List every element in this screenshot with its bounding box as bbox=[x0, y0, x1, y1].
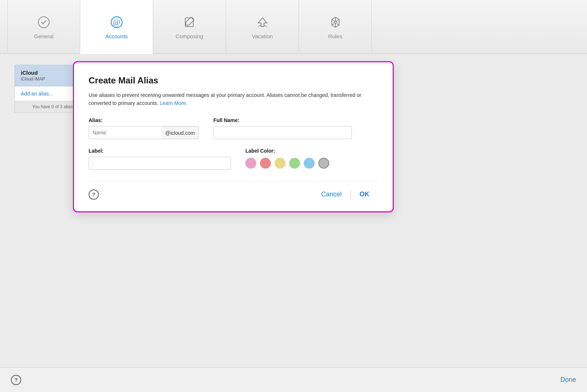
color-green[interactable] bbox=[289, 158, 300, 169]
fullname-input[interactable] bbox=[213, 126, 352, 139]
tab-general-label: General bbox=[34, 33, 53, 39]
svg-point-0 bbox=[38, 17, 49, 28]
bottom-bar: ? Done bbox=[0, 367, 587, 392]
svg-line-5 bbox=[258, 25, 261, 27]
svg-line-6 bbox=[264, 25, 267, 27]
color-row bbox=[245, 157, 378, 170]
tab-vacation[interactable]: Vacation bbox=[226, 0, 299, 54]
alias-domain: @icloud.com bbox=[162, 126, 199, 139]
tab-composing-label: Composing bbox=[176, 33, 203, 39]
alias-label: Alias: bbox=[89, 117, 199, 123]
accounts-icon: @ bbox=[109, 14, 125, 30]
vacation-icon bbox=[254, 14, 271, 30]
tab-rules-label: Rules bbox=[328, 33, 342, 39]
bottom-help-button[interactable]: ? bbox=[11, 375, 21, 385]
general-icon bbox=[36, 14, 52, 30]
footer-buttons: Cancel OK bbox=[312, 188, 378, 201]
ok-button[interactable]: OK bbox=[351, 188, 378, 201]
color-blue[interactable] bbox=[304, 158, 315, 169]
dialog-title: Create Mail Alias bbox=[89, 75, 378, 86]
form-row-1: Alias: @icloud.com Full Name: bbox=[89, 117, 378, 139]
dialog-footer: ? Cancel OK bbox=[89, 181, 378, 201]
dialog-description: Use aliases to prevent receiving unwante… bbox=[89, 91, 378, 107]
tab-vacation-label: Vacation bbox=[252, 33, 273, 39]
label-label: Label: bbox=[89, 148, 231, 154]
rules-icon bbox=[327, 14, 343, 30]
color-pink[interactable] bbox=[245, 158, 256, 169]
label-input[interactable] bbox=[89, 157, 231, 170]
main-content: iCloud iCloud IMAP Add an alias... You h… bbox=[0, 54, 587, 367]
composing-icon bbox=[182, 14, 198, 30]
toolbar: General @ Accounts Composing bbox=[0, 0, 587, 54]
content-area: iCloud iCloud IMAP Add an alias... You h… bbox=[0, 54, 587, 367]
learn-more-link[interactable]: Learn More. bbox=[160, 100, 187, 106]
create-alias-dialog: Create Mail Alias Use aliases to prevent… bbox=[73, 61, 394, 212]
svg-text:@: @ bbox=[113, 17, 120, 27]
form-row-2: Label: Label Color: bbox=[89, 148, 378, 170]
tab-accounts[interactable]: @ Accounts bbox=[80, 0, 153, 54]
dialog-description-text: Use aliases to prevent receiving unwante… bbox=[89, 92, 361, 106]
done-button[interactable]: Done bbox=[560, 376, 576, 384]
dialog-help-button[interactable]: ? bbox=[89, 189, 99, 200]
alias-group: Alias: @icloud.com bbox=[89, 117, 199, 139]
tab-accounts-label: Accounts bbox=[105, 33, 128, 39]
cancel-button[interactable]: Cancel bbox=[312, 188, 350, 201]
tab-composing[interactable]: Composing bbox=[153, 0, 226, 54]
tab-general[interactable]: General bbox=[7, 0, 80, 54]
alias-input-row: @icloud.com bbox=[89, 126, 199, 139]
label-group: Label: bbox=[89, 148, 231, 170]
alias-input[interactable] bbox=[89, 126, 162, 139]
color-gray[interactable] bbox=[318, 158, 329, 169]
color-yellow[interactable] bbox=[275, 158, 285, 169]
fullname-group: Full Name: bbox=[213, 117, 378, 139]
dialog-wrapper: Create Mail Alias Use aliases to prevent… bbox=[73, 61, 572, 338]
labelcolor-label: Label Color: bbox=[245, 148, 378, 154]
color-red[interactable] bbox=[260, 158, 271, 169]
tab-rules[interactable]: Rules bbox=[299, 0, 372, 54]
labelcolor-group: Label Color: bbox=[245, 148, 378, 170]
fullname-label: Full Name: bbox=[213, 117, 378, 123]
